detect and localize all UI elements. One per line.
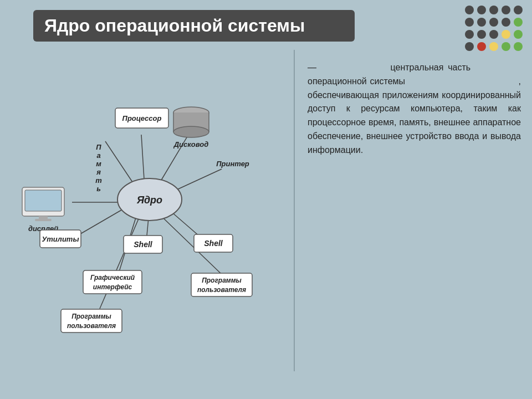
dot-15 bbox=[514, 30, 523, 39]
memory-label: П bbox=[96, 143, 101, 151]
dot-16 bbox=[465, 42, 474, 51]
dot-17 bbox=[477, 42, 486, 51]
dot-2 bbox=[477, 6, 486, 14]
shell1-label: Shell bbox=[134, 240, 153, 249]
display-stand-base bbox=[35, 219, 52, 221]
dot-13 bbox=[489, 30, 498, 39]
utilities-label: Утилиты bbox=[42, 235, 79, 243]
memory-label-2: а bbox=[96, 151, 100, 160]
dot-19 bbox=[502, 42, 510, 51]
dot-3 bbox=[489, 6, 498, 14]
dot-20 bbox=[514, 42, 523, 51]
description-dash: — центральная часть операционной системы… bbox=[308, 63, 521, 155]
dot-9 bbox=[502, 18, 510, 27]
svg-line-2 bbox=[141, 135, 144, 179]
dot-10 bbox=[514, 18, 523, 27]
dot-8 bbox=[489, 18, 498, 27]
description-area: — центральная часть операционной системы… bbox=[308, 61, 521, 157]
dot-12 bbox=[477, 30, 486, 39]
decorative-dots bbox=[465, 6, 524, 52]
dot-5 bbox=[514, 6, 523, 14]
diagram-area: Ядро дисплей П а м я т ь Процессор Диско… bbox=[17, 53, 288, 374]
svg-line-4 bbox=[173, 169, 222, 191]
disk-label: Дисковод bbox=[173, 140, 209, 149]
shell2-label: Shell bbox=[204, 239, 223, 248]
display-screen bbox=[25, 190, 62, 211]
svg-line-1 bbox=[105, 141, 133, 183]
page-title: Ядро операционной системы bbox=[44, 16, 344, 36]
memory-label-5: т bbox=[95, 176, 102, 185]
description-text: — центральная часть операционной системы… bbox=[308, 61, 521, 157]
userprogs1-label-1: Программы bbox=[71, 313, 111, 320]
memory-label-3: м bbox=[96, 160, 101, 168]
memory-label-4: я bbox=[96, 168, 101, 176]
diagram-svg: Ядро дисплей П а м я т ь Процессор Диско… bbox=[17, 53, 288, 369]
userprogs1-label-2: пользователя bbox=[67, 322, 116, 330]
gui-label-1: Графический bbox=[90, 274, 135, 282]
memory-label-6: ь bbox=[96, 185, 101, 193]
title-bar: Ядро операционной системы bbox=[33, 10, 355, 42]
userprogs2-label-2: пользователя bbox=[197, 286, 246, 294]
vertical-divider bbox=[294, 50, 295, 371]
disk-bottom bbox=[173, 126, 209, 137]
dot-7 bbox=[477, 18, 486, 27]
dot-6 bbox=[465, 18, 474, 27]
svg-line-10 bbox=[100, 219, 139, 309]
dot-1 bbox=[465, 6, 474, 14]
gui-label-2: интерфейс bbox=[93, 283, 132, 291]
dot-4 bbox=[502, 6, 510, 14]
processor-label: Процессор bbox=[122, 114, 162, 122]
printer-label: Принтер bbox=[216, 160, 249, 168]
dot-18 bbox=[489, 42, 498, 51]
dot-14 bbox=[502, 30, 510, 39]
center-node-label: Ядро bbox=[136, 195, 162, 206]
svg-line-7 bbox=[78, 208, 125, 236]
dot-11 bbox=[465, 30, 474, 39]
userprogs2-label-1: Программы bbox=[202, 277, 242, 284]
